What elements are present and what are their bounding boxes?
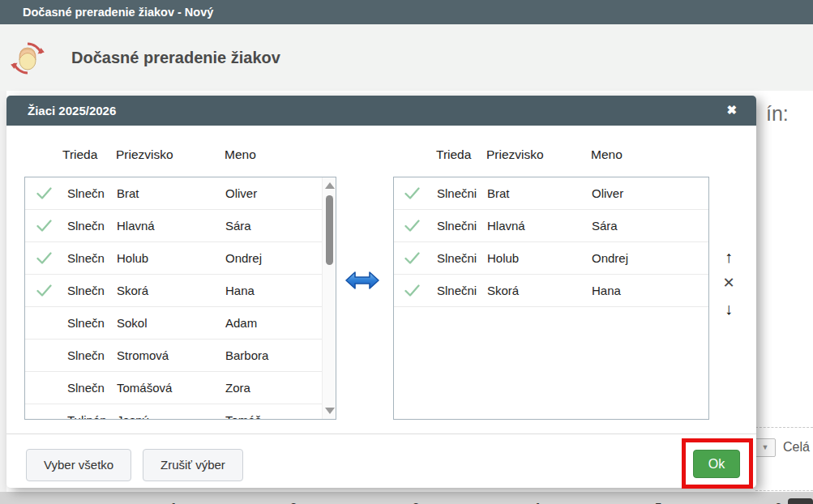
table-row[interactable]: SlnečnHlavnáSára: [25, 210, 322, 242]
cell-trieda: Slnečn: [67, 316, 117, 330]
cell-meno: Tomáš: [225, 413, 322, 419]
available-students-list: SlnečnBratOliverSlnečnHlavnáSáraSlnečnHo…: [24, 177, 336, 420]
cell-trieda: Slnečni: [437, 251, 487, 265]
table-row[interactable]: SlnečnBratOliver: [25, 177, 322, 210]
screen: Dočasné preradenie žiakov - Nový Dočasné…: [0, 0, 813, 504]
table-row[interactable]: TulipánJasnýTomáš: [25, 404, 322, 419]
table-row[interactable]: SlnečnTomášováZora: [25, 372, 322, 404]
cell-trieda: Slnečn: [67, 186, 117, 200]
table-row[interactable]: SlnečnSokolAdam: [25, 307, 322, 340]
window-title: Dočasné preradenie žiakov - Nový: [23, 6, 213, 19]
right-column-header-trieda: Trieda: [436, 147, 471, 162]
check-icon: [394, 220, 437, 232]
transfer-left-right-icon[interactable]: [344, 267, 380, 293]
period-number: 1: [170, 500, 177, 504]
dialog-title: Žiaci 2025/2026: [28, 96, 116, 126]
dialog-header: Žiaci 2025/2026 ✖: [6, 96, 756, 126]
cell-meno: Hana: [225, 284, 322, 297]
period-number: 5: [655, 500, 661, 504]
chevron-down-icon: ▼: [762, 443, 769, 451]
footer-divider: [6, 434, 756, 434]
scrollbar[interactable]: [322, 177, 336, 419]
left-column-header-meno: Meno: [225, 147, 256, 162]
background-clipped-element: [788, 498, 813, 504]
cell-meno: Ondrej: [592, 251, 708, 265]
cell-priezvisko: Jasný: [117, 413, 225, 419]
table-row[interactable]: SlnečnSkoráHana: [25, 275, 322, 307]
right-column-header-meno: Meno: [591, 147, 623, 162]
cell-trieda: Slnečn: [67, 284, 117, 297]
cell-priezvisko: Hlavná: [117, 219, 225, 233]
select-all-button[interactable]: Vyber všetko: [26, 449, 131, 481]
check-icon: [25, 284, 67, 297]
cell-trieda: Tulipán: [67, 413, 117, 419]
cell-meno: Sára: [225, 219, 322, 233]
cell-priezvisko: Stromová: [117, 348, 225, 362]
table-row[interactable]: SlnečnStromováBarbora: [25, 340, 322, 372]
order-controls: ↑ ✕ ↓: [717, 244, 741, 322]
check-icon: [394, 284, 437, 297]
table-row[interactable]: SlnečniHolubOndrej: [394, 242, 708, 275]
right-column-header-priezvisko: Priezvisko: [486, 147, 544, 162]
cell-meno: Hana: [592, 284, 708, 297]
remove-icon[interactable]: ✕: [717, 270, 741, 296]
period-number: 6: [775, 500, 781, 504]
clear-selection-button[interactable]: Zrušiť výber: [143, 449, 243, 481]
cell-meno: Oliver: [592, 186, 708, 200]
background-dashed-divider: [755, 427, 813, 428]
scrollbar-thumb[interactable]: [326, 195, 333, 265]
period-number: 4: [533, 500, 540, 504]
cell-priezvisko: Tomášová: [117, 381, 225, 395]
scroll-up-icon[interactable]: [325, 182, 335, 189]
students-dialog: Žiaci 2025/2026 ✖ Trieda Priezvisko Meno…: [6, 96, 756, 488]
check-icon: [394, 252, 437, 264]
selected-students-list: SlnečniBratOliverSlnečniHlavnáSáraSlnečn…: [393, 177, 709, 420]
left-column-header-trieda: Trieda: [62, 147, 97, 162]
cell-trieda: Slnečn: [67, 251, 117, 265]
table-row[interactable]: SlnečniSkoráHana: [394, 275, 708, 307]
scroll-down-icon[interactable]: [325, 408, 335, 414]
page-title: Dočasné preradenie žiakov: [71, 49, 280, 67]
background-text-fragment: ín:: [766, 102, 789, 126]
cell-meno: Adam: [225, 316, 322, 330]
page-header: Dočasné preradenie žiakov: [0, 24, 813, 91]
cell-trieda: Slnečni: [437, 219, 487, 233]
cell-priezvisko: Brat: [117, 186, 225, 200]
check-icon: [25, 252, 67, 264]
move-down-icon[interactable]: ↓: [717, 296, 741, 322]
background-dropdown-button[interactable]: ▼: [755, 438, 776, 457]
cell-trieda: Slnečni: [437, 186, 487, 200]
table-row[interactable]: SlnečniBratOliver: [394, 177, 708, 210]
background-period-header-strip: 123456: [0, 492, 813, 504]
cell-priezvisko: Holub: [117, 251, 225, 265]
cell-trieda: Slnečn: [67, 219, 117, 233]
page-left-margin: [0, 91, 6, 493]
period-number: 3: [413, 500, 419, 504]
window-titlebar: Dočasné preradenie žiakov - Nový: [0, 0, 813, 24]
cell-meno: Sára: [592, 219, 708, 233]
background-option-label: Celá: [783, 440, 810, 455]
ok-button[interactable]: Ok: [693, 450, 740, 478]
cell-priezvisko: Holub: [487, 251, 592, 265]
table-row[interactable]: SlnečniHlavnáSára: [394, 210, 708, 242]
cell-meno: Zora: [225, 381, 322, 395]
cell-trieda: Slnečn: [67, 348, 117, 362]
check-icon: [394, 187, 437, 199]
cell-trieda: Slnečn: [67, 381, 117, 395]
move-up-icon[interactable]: ↑: [717, 244, 741, 270]
cell-priezvisko: Sokol: [117, 316, 225, 330]
check-icon: [25, 220, 67, 232]
cell-priezvisko: Brat: [487, 186, 592, 200]
background-dashed-divider: [755, 490, 813, 491]
cell-meno: Barbora: [225, 348, 322, 362]
close-icon[interactable]: ✖: [726, 103, 737, 117]
cell-trieda: Slnečni: [437, 284, 487, 297]
cell-meno: Ondrej: [225, 251, 322, 265]
cell-priezvisko: Skorá: [487, 284, 592, 297]
cell-meno: Oliver: [225, 186, 322, 200]
student-transfer-icon: [8, 39, 47, 78]
period-number: 2: [290, 500, 297, 504]
table-row[interactable]: SlnečnHolubOndrej: [25, 242, 322, 275]
cell-priezvisko: Hlavná: [487, 219, 592, 233]
check-icon: [25, 187, 67, 199]
